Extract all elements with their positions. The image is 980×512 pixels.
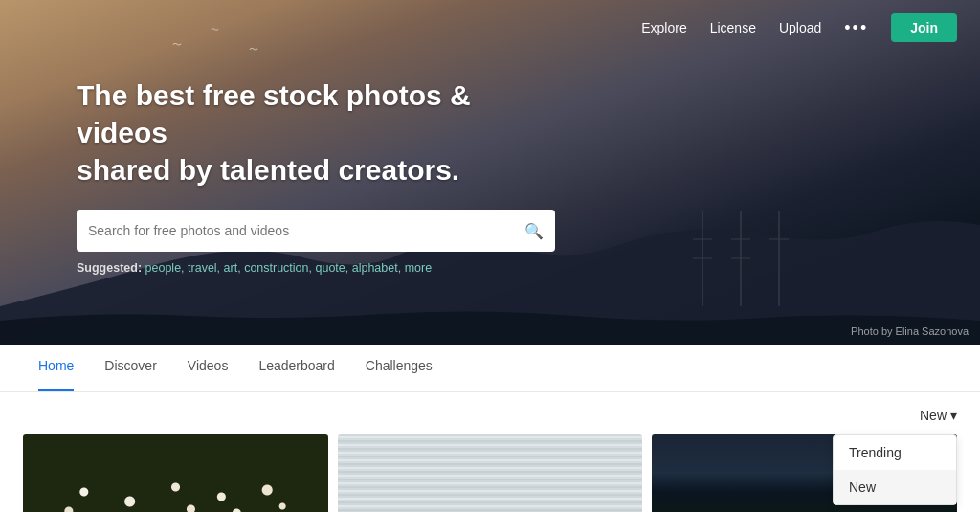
tab-leaderboard[interactable]: Leaderboard <box>258 345 334 391</box>
suggested-travel[interactable]: travel, <box>188 261 220 275</box>
search-bar: 🔍 <box>77 210 555 252</box>
image-grid <box>23 434 957 512</box>
suggested-construction[interactable]: construction, <box>244 261 312 275</box>
content-area: New ▾ Trending New <box>0 392 980 512</box>
search-icon[interactable]: 🔍 <box>524 222 544 240</box>
suggested-art[interactable]: art, <box>224 261 241 275</box>
tab-challenges[interactable]: Challenges <box>366 345 433 391</box>
tab-discover[interactable]: Discover <box>104 345 156 391</box>
nav-license[interactable]: License <box>710 20 756 35</box>
suggested-section: Suggested: people, travel, art, construc… <box>77 261 555 275</box>
sort-option-trending[interactable]: Trending <box>834 435 956 470</box>
chevron-down-icon: ▾ <box>950 408 957 423</box>
suggested-quote[interactable]: quote, <box>315 261 348 275</box>
sort-option-new[interactable]: New <box>834 470 956 504</box>
suggested-label: Suggested: <box>77 261 142 275</box>
sort-dropdown: Trending New <box>833 434 957 505</box>
search-input[interactable] <box>88 223 524 238</box>
join-button[interactable]: Join <box>891 13 957 42</box>
suggested-alphabet[interactable]: alphabet, <box>352 261 401 275</box>
photo-credit: Photo by Elina Sazonova <box>851 325 969 337</box>
nav-tabs: Home Discover Videos Leaderboard Challen… <box>0 345 980 392</box>
tab-videos[interactable]: Videos <box>188 345 229 391</box>
powerlines <box>674 211 789 325</box>
nav-explore[interactable]: Explore <box>641 20 686 35</box>
nav-upload[interactable]: Upload <box>779 20 821 35</box>
flowers-image <box>23 434 328 512</box>
image-card-flowers[interactable] <box>23 434 328 512</box>
sort-bar: New ▾ Trending New <box>23 404 957 431</box>
suggested-more[interactable]: more <box>405 261 432 275</box>
suggested-people[interactable]: people, <box>145 261 185 275</box>
hero-section: 〜 〜 〜 Explore License Upload ••• Join Th… <box>0 0 980 345</box>
hero-content: The best free stock photos & videosshare… <box>77 77 555 275</box>
sort-button[interactable]: New ▾ <box>920 408 957 423</box>
sort-label: New <box>920 408 947 423</box>
nav-more-button[interactable]: ••• <box>844 18 868 38</box>
tab-home[interactable]: Home <box>38 345 74 391</box>
image-card-lines[interactable] <box>338 434 643 512</box>
hero-title: The best free stock photos & videosshare… <box>77 77 536 189</box>
navbar: Explore License Upload ••• Join <box>0 0 980 56</box>
